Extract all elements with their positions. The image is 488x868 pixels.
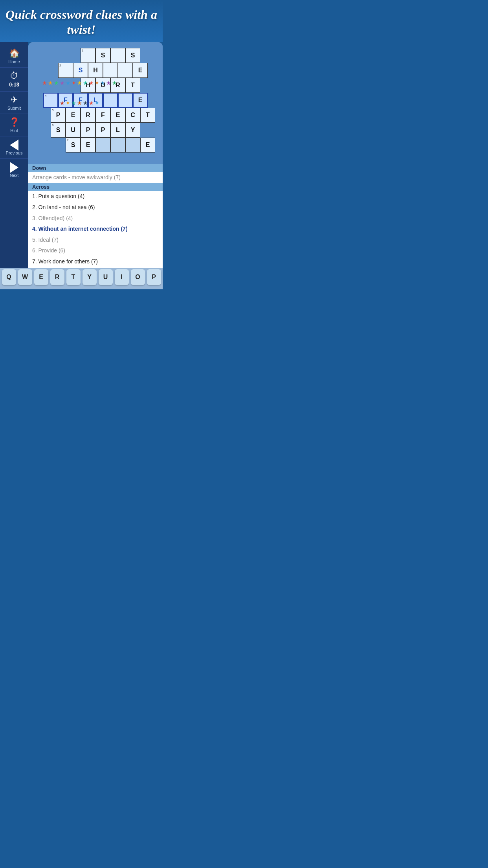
cell-r7-4[interactable] [110, 138, 125, 153]
cell-r7-6[interactable]: E [140, 138, 155, 153]
cell-r3-4[interactable]: T [125, 78, 140, 93]
crossword-grid: 1 S S 2 S H E H [31, 48, 160, 153]
sidebar-item-timer: ⏱ 0:18 [0, 68, 28, 92]
cell-r5-1[interactable]: 5P [51, 108, 66, 123]
cell-r4-7[interactable]: E [133, 93, 148, 108]
across-header: Across [28, 183, 163, 191]
cell-r4-1[interactable]: 4 [43, 93, 58, 108]
header: Quick crossword clues with a twist! [0, 0, 163, 42]
cell-r1-1[interactable]: 1 [81, 48, 95, 63]
cell-r6-4[interactable]: P [95, 123, 110, 138]
key-u[interactable]: U [99, 269, 113, 285]
cell-r6-1[interactable]: 6S [51, 123, 66, 138]
key-p[interactable]: P [147, 269, 161, 285]
cell-r4-2[interactable]: F [58, 93, 73, 108]
cell-r4-4[interactable]: L [88, 93, 103, 108]
hint-label: Hint [10, 128, 18, 133]
key-t[interactable]: T [66, 269, 81, 285]
grid-row-7: 7S E E [36, 138, 155, 153]
key-y[interactable]: Y [83, 269, 97, 285]
down-clue: Arrange cards - move awkwardly (7) [28, 172, 163, 183]
cell-r1-4[interactable]: S [125, 48, 140, 63]
right-panel: 1 S S 2 S H E H [28, 42, 163, 286]
sidebar-item-home[interactable]: 🏠 Home [0, 45, 28, 68]
cell-r4-6[interactable] [118, 93, 133, 108]
grid-row-5: 5P E R F E C T [36, 108, 155, 123]
previous-label: Previous [6, 151, 23, 155]
grid-area: 1 S S 2 S H E H [28, 42, 163, 164]
cell-r1-2[interactable]: S [95, 48, 110, 63]
sidebar-item-hint[interactable]: ❓ Hint [0, 114, 28, 136]
grid-row-4: 4 F F L E [43, 93, 148, 108]
cell-r7-3[interactable] [95, 138, 110, 153]
clue-7: 7. Work done for others (7) [28, 256, 163, 267]
clue-5: 5. Ideal (7) [28, 235, 163, 246]
submit-label: Submit [7, 106, 21, 110]
cell-r5-7[interactable]: T [140, 108, 155, 123]
timer-value: 0:18 [9, 82, 19, 88]
cell-r6-6[interactable]: Y [125, 123, 140, 138]
cell-r7-1[interactable]: 7S [66, 138, 81, 153]
previous-icon [10, 140, 18, 151]
clue-1: 1. Puts a question (4) [28, 191, 163, 202]
cell-r7-2[interactable]: E [81, 138, 95, 153]
key-e[interactable]: E [34, 269, 48, 285]
cell-r2-2[interactable]: S [73, 63, 88, 78]
grid-row-6: 6S U P P L Y [51, 123, 140, 138]
key-r[interactable]: R [50, 269, 64, 285]
cell-r5-4[interactable]: F [95, 108, 110, 123]
submit-icon: ✈ [11, 95, 18, 105]
cell-r4-5[interactable] [103, 93, 118, 108]
clue-4: 4. Without an internet connection (7) [28, 224, 163, 235]
key-w[interactable]: W [18, 269, 32, 285]
main-container: 🏠 Home ⏱ 0:18 ✈ Submit ❓ Hint Previous N… [0, 42, 163, 286]
cell-r2-1[interactable]: 2 [58, 63, 73, 78]
cell-r2-4[interactable] [103, 63, 118, 78]
key-o[interactable]: O [131, 269, 145, 285]
cell-r3-3[interactable]: R [110, 78, 125, 93]
next-label: Next [10, 173, 19, 178]
cell-r2-6[interactable]: E [133, 63, 148, 78]
down-header: Down [28, 164, 163, 172]
clue-6: 6. Provide (6) [28, 245, 163, 256]
clue-3: 3. Offend(ed) (4) [28, 213, 163, 224]
cell-r5-5[interactable]: E [110, 108, 125, 123]
sidebar-item-submit[interactable]: ✈ Submit [0, 92, 28, 114]
cell-r5-3[interactable]: R [81, 108, 95, 123]
grid-row-3: H U R T ★ ★ ★ ★ ★ ✦ ★ ★ ★ ✦ [51, 78, 140, 93]
cell-r3-2[interactable]: U [95, 78, 110, 93]
cell-r2-3[interactable]: H [88, 63, 103, 78]
grid-row-2: 2 S H E [43, 63, 148, 78]
sidebar: 🏠 Home ⏱ 0:18 ✈ Submit ❓ Hint Previous N… [0, 42, 28, 286]
key-q[interactable]: Q [2, 269, 16, 285]
home-label: Home [8, 59, 20, 64]
sidebar-item-next[interactable]: Next [0, 159, 28, 181]
cell-r5-6[interactable]: C [125, 108, 140, 123]
cell-r6-3[interactable]: P [81, 123, 95, 138]
key-i[interactable]: I [115, 269, 129, 285]
clue-2: 2. On land - not at sea (6) [28, 202, 163, 213]
cell-r7-5[interactable] [125, 138, 140, 153]
cell-r4-3[interactable]: F [73, 93, 88, 108]
grid-row-1: 1 S S [51, 48, 140, 63]
next-icon [10, 162, 18, 173]
cell-r5-2[interactable]: E [66, 108, 81, 123]
header-title: Quick crossword clues with a twist! [4, 7, 159, 37]
hint-icon: ❓ [9, 117, 20, 127]
cell-r6-5[interactable]: L [110, 123, 125, 138]
cell-r6-2[interactable]: U [66, 123, 81, 138]
cell-r2-5[interactable] [118, 63, 133, 78]
timer-icon: ⏱ [10, 71, 18, 81]
keyboard: Q W E R T Y U I O P [0, 268, 163, 289]
home-icon: 🏠 [9, 48, 20, 59]
cell-r3-1[interactable]: H [81, 78, 95, 93]
sidebar-item-previous[interactable]: Previous [0, 136, 28, 159]
cell-r1-3[interactable] [110, 48, 125, 63]
